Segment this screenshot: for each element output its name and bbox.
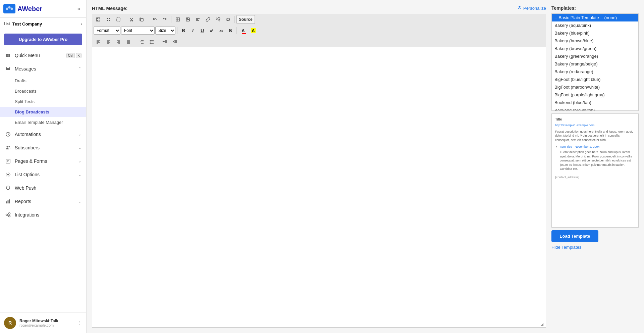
svg-point-19	[6, 214, 8, 216]
subscript-button[interactable]: x₂	[217, 27, 225, 35]
bold-button[interactable]: B	[179, 27, 188, 35]
logo-area: AWeber	[3, 4, 75, 13]
automations-icon	[5, 131, 11, 138]
ordered-list-button[interactable]: 1.	[137, 37, 146, 46]
template-item-bakery-brown-blue[interactable]: Bakery (brown/blue)	[552, 37, 638, 45]
show-blocks-button[interactable]	[104, 15, 113, 24]
template-item-bakery-orange-beige[interactable]: Bakery (orange/beige)	[552, 60, 638, 68]
nav-item-reports[interactable]: Reports ⌄	[0, 195, 86, 208]
undo-button[interactable]	[150, 15, 159, 24]
sub-nav-item-drafts[interactable]: Drafts	[0, 76, 86, 86]
template-item-bigfoot-maroon-white[interactable]: BigFoot (maroon/white)	[552, 83, 638, 91]
nav-item-automations[interactable]: Automations ⌄	[0, 128, 86, 141]
template-item-bigfoot-purple-lightgray[interactable]: BigFoot (purple/light gray)	[552, 91, 638, 99]
subscribers-icon	[5, 144, 11, 151]
editor-resize-handle: ◢	[540, 322, 545, 327]
maximize-button[interactable]	[94, 15, 103, 24]
nav-item-web-push[interactable]: Web Push	[0, 181, 86, 195]
font-select[interactable]: Font Arial Times New Roman Courier New	[121, 27, 155, 35]
sidebar-collapse-button[interactable]: «	[75, 5, 83, 13]
svg-point-20	[9, 213, 10, 215]
align-center-button[interactable]	[104, 37, 113, 46]
special-chars-button[interactable]: Ω	[223, 15, 233, 24]
personalize-label: Personalize	[523, 6, 546, 11]
strikethrough-button[interactable]: S	[226, 27, 235, 35]
list-name: Test Company	[12, 21, 79, 27]
redo-button[interactable]	[160, 15, 169, 24]
personalize-button[interactable]: Personalize	[517, 5, 546, 11]
template-item-bakery-aqua-pink[interactable]: Bakery (aqua/pink)	[552, 21, 638, 29]
svg-rect-5	[6, 56, 8, 57]
align-right-button[interactable]	[114, 37, 123, 46]
size-select[interactable]: Size 8 10 12 14	[155, 27, 175, 35]
align-justify-button[interactable]	[124, 37, 133, 46]
list-label: List	[4, 21, 10, 26]
user-more-icon[interactable]: ⋮	[77, 320, 82, 326]
align-left-button[interactable]	[94, 37, 103, 46]
template-item-bookend-brown-tan[interactable]: Bookend (brown/tan)	[552, 106, 638, 111]
copy-button[interactable]	[137, 15, 146, 24]
nav-item-list-options[interactable]: List Options ⌄	[0, 168, 86, 181]
indent-button[interactable]	[170, 37, 179, 46]
nav-item-subscribers[interactable]: Subscribers ⌄	[0, 141, 86, 154]
insert-table-button[interactable]	[173, 15, 182, 24]
load-template-button[interactable]: Load Template	[551, 230, 598, 242]
source-button[interactable]: Source	[236, 15, 255, 24]
nav-item-messages[interactable]: Messages ⌃	[0, 62, 86, 76]
cut-button[interactable]	[127, 15, 136, 24]
svg-line-22	[8, 214, 9, 215]
format-select[interactable]: Format Heading 1 Heading 2 Normal	[94, 27, 120, 35]
template-item-basic-plain[interactable]: -- Basic Plain Template -- (none)	[552, 14, 638, 21]
template-item-bigfoot-blue-lightblue[interactable]: BigFoot (blue/light blue)	[552, 76, 638, 83]
toolbar-row-3: 1.	[92, 36, 546, 47]
text-color-button[interactable]: A	[238, 26, 248, 35]
insert-link-button[interactable]	[203, 15, 213, 24]
hide-templates-button[interactable]: Hide Templates	[551, 245, 639, 250]
user-email: roger@example.com	[19, 323, 74, 327]
svg-rect-3	[6, 54, 8, 56]
upgrade-button[interactable]: Upgrade to AWeber Pro	[4, 34, 82, 45]
list-selector[interactable]: List Test Company ›	[0, 18, 86, 30]
select-all-button[interactable]	[114, 15, 123, 24]
template-item-bakery-red-orange[interactable]: Bakery (red/orange)	[552, 68, 638, 76]
preview-body: Fuerat description goes here. Nulla and …	[555, 130, 635, 142]
template-item-bakery-green-orange[interactable]: Bakery (green/orange)	[552, 52, 638, 60]
toolbar-divider-4	[234, 16, 235, 23]
preview-contact: {contact_address}	[555, 175, 635, 180]
align-table-button[interactable]	[193, 15, 203, 24]
svg-point-24	[519, 6, 521, 8]
user-avatar: R	[4, 317, 16, 329]
background-color-button[interactable]: A	[249, 26, 258, 35]
svg-rect-35	[141, 18, 143, 21]
templates-label: Templates:	[551, 5, 639, 11]
unordered-list-button[interactable]	[147, 37, 156, 46]
nav-item-integrations[interactable]: Integrations	[0, 208, 86, 222]
sub-nav-item-email-template-manager[interactable]: Email Template Manager	[0, 117, 86, 128]
main-content: HTML Message: Personalize	[87, 0, 644, 333]
toolbar-row-1: Ω Source	[92, 14, 546, 25]
templates-list[interactable]: -- Basic Plain Template -- (none) Bakery…	[551, 13, 639, 111]
svg-point-10	[7, 146, 8, 148]
sub-nav-item-broadcasts[interactable]: Broadcasts	[0, 86, 86, 96]
templates-section: Templates: -- Basic Plain Template -- (n…	[551, 5, 639, 328]
template-preview: Title http://example1.example.com Fuerat…	[551, 113, 639, 228]
underline-button[interactable]: U	[198, 27, 207, 35]
insert-image-button[interactable]	[183, 15, 193, 24]
template-item-bookend-blue-tan[interactable]: Bookend (blue/tan)	[552, 99, 638, 106]
list-options-icon	[5, 171, 11, 178]
editor-area[interactable]: ◢	[92, 47, 546, 328]
template-item-bakery-brown-green[interactable]: Bakery (brown/green)	[552, 45, 638, 52]
superscript-button[interactable]: x²	[207, 27, 216, 35]
nav-item-quick-menu[interactable]: Quick Menu CtrlK	[0, 49, 86, 62]
messages-label: Messages	[15, 66, 75, 72]
outdent-button[interactable]	[160, 37, 169, 46]
web-push-label: Web Push	[15, 185, 82, 191]
toolbar-divider-6	[236, 27, 237, 34]
sub-nav-item-blog-broadcasts[interactable]: Blog Broadcasts	[0, 107, 86, 117]
italic-button[interactable]: I	[189, 27, 197, 35]
nav-item-pages-forms[interactable]: Pages & Forms ⌄	[0, 154, 86, 168]
template-item-bakery-blue-pink[interactable]: Bakery (blue/pink)	[552, 29, 638, 37]
source-label: Source	[239, 17, 253, 22]
sub-nav-item-split-tests[interactable]: Split Tests	[0, 96, 86, 107]
unlink-button[interactable]	[213, 15, 223, 24]
